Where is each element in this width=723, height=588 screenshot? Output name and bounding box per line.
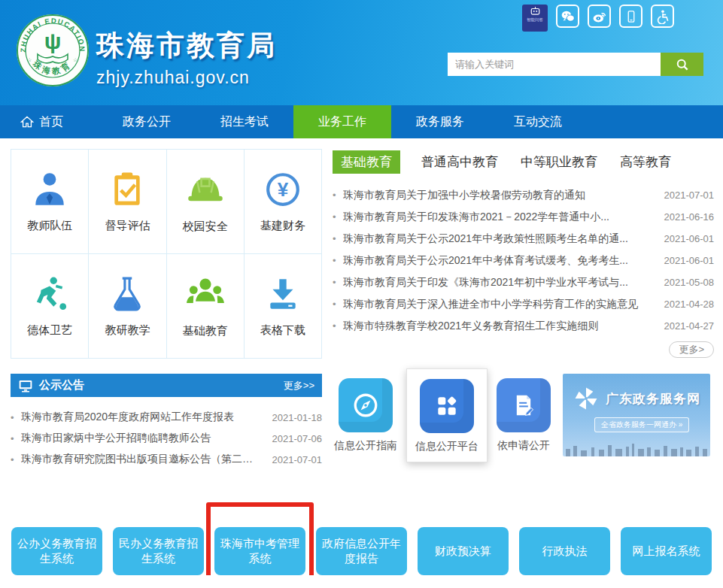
tab-higher-education[interactable]: 高等教育	[618, 150, 673, 174]
nav-item-admissions[interactable]: 招生考试	[196, 105, 293, 138]
service-campus-safety[interactable]: 校园安全	[167, 150, 245, 254]
button-online-registration-system[interactable]: 网上报名系统	[621, 527, 712, 575]
app-disclosure-request[interactable]: 依申请公开	[497, 378, 551, 453]
news-list: • 珠海市教育局关于加强中小学校暑假劳动教育的通知 2021-07-01 • 珠…	[333, 184, 714, 337]
app-label: 信息公开平台	[415, 440, 478, 453]
notice-title: 珠海市教育局2020年度政府网站工作年度报表	[21, 411, 265, 424]
pinwheel-icon	[573, 386, 599, 411]
news-section: 基础教育 普通高中教育 中等职业教育 高等教育 • 珠海市教育局关于加强中小学校…	[333, 149, 714, 359]
app-disclosure-guide[interactable]: 信息公开指南	[334, 378, 397, 453]
bullet-icon: •	[333, 277, 343, 288]
button-annual-disclosure-report[interactable]: 政府信息公开年度报告	[316, 527, 407, 575]
service-label: 督导评估	[105, 219, 150, 233]
search-button[interactable]	[661, 53, 703, 76]
nav-item-services[interactable]: 政务服务	[391, 105, 489, 138]
site-logo[interactable]: ZHUHAI EDUCATION 珠海教育 ☆ ☆ ψ	[15, 13, 90, 88]
nav-item-business[interactable]: 业务工作	[293, 105, 391, 138]
notices-list: • 珠海市教育局2020年度政府网站工作年度报表 2021-01-18 • 珠海…	[11, 407, 322, 470]
bullet-icon: •	[333, 255, 343, 266]
search-bar	[448, 53, 703, 76]
runner-icon	[31, 275, 68, 313]
news-row[interactable]: • 珠海市教育局关于公示2021年中考体育考试缓考、免考考生... 2021-0…	[333, 250, 714, 271]
site-url: zhjy.zhuhai.gov.cn	[96, 68, 277, 88]
tab-basic-education[interactable]: 基础教育	[333, 150, 400, 174]
people-icon	[186, 274, 225, 314]
service-label: 基础教育	[183, 324, 228, 338]
news-date: 2021-06-01	[657, 255, 714, 266]
accessibility-icon[interactable]	[651, 5, 674, 28]
button-fiscal-budget[interactable]: 财政预决算	[418, 527, 509, 575]
bullet-icon: •	[11, 433, 21, 444]
nav-item-interaction[interactable]: 互动交流	[489, 105, 587, 138]
service-teaching-research[interactable]: 教研教学	[89, 254, 166, 359]
service-sports-arts[interactable]: 德体卫艺	[11, 254, 89, 359]
service-label: 校园安全	[183, 220, 228, 234]
site-title: 珠海市教育局	[96, 27, 277, 65]
service-teachers[interactable]: 教师队伍	[11, 150, 89, 254]
news-row[interactable]: • 珠海市特殊教育学校2021年义务教育招生工作实施细则 2021-04-27	[333, 315, 714, 337]
notice-row[interactable]: • 珠海市田家炳中学公开招聘临聘教师公告 2021-07-06	[11, 428, 322, 449]
qa-robot-icon[interactable]: 智能问答	[522, 5, 548, 32]
button-public-compulsory-admission[interactable]: 公办义务教育招生系统	[11, 527, 102, 575]
svg-text:☆: ☆	[27, 57, 32, 62]
service-finance[interactable]: ¥ 基建财务	[245, 150, 322, 254]
news-row[interactable]: • 珠海市教育局关于加强中小学校暑假劳动教育的通知 2021-07-01	[333, 184, 714, 206]
compass-icon	[339, 378, 393, 432]
guangdong-services-banner[interactable]: 广东政务服务网 全省政务服务一网通办 »	[563, 374, 710, 456]
service-basic-education[interactable]: 基础教育	[167, 254, 245, 359]
notice-date: 2021-07-01	[265, 454, 322, 465]
button-administrative-enforcement[interactable]: 行政执法	[519, 527, 610, 575]
service-evaluation[interactable]: 督导评估	[89, 150, 166, 254]
bullet-icon: •	[11, 412, 21, 423]
app-disclosure-platform[interactable]: 信息公开平台	[406, 368, 488, 462]
apply-doc-icon	[497, 378, 551, 432]
bullet-icon: •	[333, 189, 343, 201]
service-label: 基建财务	[260, 219, 305, 233]
nav-label: 政务公开	[123, 114, 171, 130]
news-date: 2021-04-27	[657, 320, 714, 332]
bullet-icon: •	[333, 233, 343, 244]
news-row[interactable]: • 珠海市教育局关于印发珠海市2021－2022学年普通中小... 2021-0…	[333, 206, 714, 228]
brand-block: 珠海市教育局 zhjy.zhuhai.gov.cn	[96, 27, 277, 88]
news-row[interactable]: • 珠海市教育局关于印发《珠海市2021年初中学业水平考试与... 2021-0…	[333, 271, 714, 293]
search-input[interactable]	[448, 53, 661, 76]
app-label: 信息公开指南	[334, 439, 397, 453]
news-title: 珠海市教育局关于印发《珠海市2021年初中学业水平考试与...	[343, 276, 657, 289]
site-header: ZHUHAI EDUCATION 珠海教育 ☆ ☆ ψ 珠海市教育局 zhjy.…	[0, 0, 723, 105]
nav-item-gov-disclosure[interactable]: 政务公开	[98, 105, 196, 138]
notices-more-button[interactable]: 更多>>	[284, 379, 314, 393]
bullet-icon: •	[333, 299, 343, 310]
news-more-button[interactable]: 更多>	[669, 341, 714, 358]
button-private-compulsory-admission[interactable]: 民办义务教育招生系统	[113, 527, 204, 575]
grid-icon	[420, 379, 474, 433]
main-nav: 首页 政务公开 招生考试 业务工作 政务服务 互动交流	[0, 105, 723, 138]
news-row[interactable]: • 珠海市教育局关于公示2021年中考政策性照顾考生名单的通... 2021-0…	[333, 228, 714, 250]
notice-date: 2021-01-18	[265, 412, 322, 423]
tab-secondary-vocational[interactable]: 中等职业教育	[519, 150, 599, 174]
news-title: 珠海市教育局关于加强中小学校暑假劳动教育的通知	[343, 189, 657, 202]
service-form-download[interactable]: 表格下载	[245, 254, 322, 359]
mobile-icon[interactable]	[619, 5, 642, 28]
wechat-icon[interactable]	[556, 5, 579, 28]
news-date: 2021-07-01	[657, 189, 714, 201]
news-row[interactable]: • 珠海市教育局关于深入推进全市中小学学科劳育工作的实施意见 2021-04-2…	[333, 293, 714, 315]
weibo-icon[interactable]	[588, 5, 611, 28]
services-grid: 教师队伍 督导评估 校园安全	[11, 149, 322, 359]
notice-row[interactable]: • 珠海市教育局2020年度政府网站工作年度报表 2021-01-18	[11, 407, 322, 428]
news-title: 珠海市教育局关于深入推进全市中小学学科劳育工作的实施意见	[343, 298, 657, 311]
search-icon	[675, 57, 690, 72]
news-title: 珠海市教育局关于公示2021年中考政策性照顾考生名单的通...	[343, 232, 657, 246]
button-zhongkao-management-system[interactable]: 珠海市中考管理系统	[214, 527, 305, 575]
news-date: 2021-04-28	[657, 299, 714, 310]
service-label: 教师队伍	[27, 219, 72, 233]
svg-text:ψ: ψ	[44, 29, 62, 53]
banner-title: 广东政务服务网	[606, 390, 700, 408]
service-label: 表格下载	[260, 323, 305, 338]
tab-regular-high-school[interactable]: 普通高中教育	[420, 150, 500, 174]
nav-label: 首页	[39, 114, 63, 130]
news-title: 珠海市教育局关于印发珠海市2021－2022学年普通中小...	[343, 211, 657, 224]
news-date: 2021-06-01	[657, 233, 714, 244]
notice-row[interactable]: • 珠海市教育研究院图书出版项目邀标公告（第二次） 2021-07-01	[11, 449, 322, 470]
clipboard-check-icon	[108, 171, 146, 208]
nav-item-home[interactable]: 首页	[14, 105, 98, 138]
